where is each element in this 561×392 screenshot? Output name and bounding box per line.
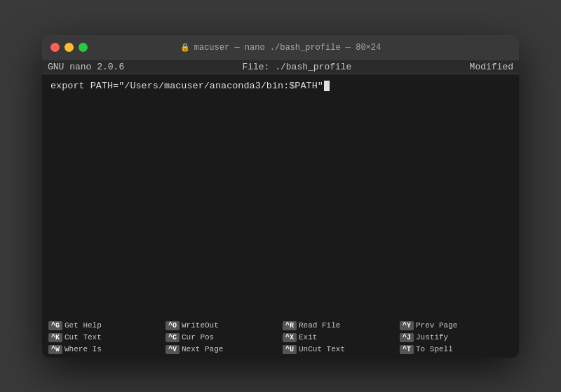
shortcut-label-0: Get Help: [65, 321, 102, 330]
shortcut-key-5: ^C: [165, 333, 180, 342]
nano-modified: Modified: [470, 62, 513, 72]
lock-icon: 🔒: [180, 43, 190, 52]
nano-text-line1: export PATH="/Users/macuser/anaconda3/bi…: [50, 80, 323, 93]
window-title: macuser — nano ./bash_profile — 80×24: [194, 43, 381, 53]
shortcut-label-4: Cut Text: [65, 333, 102, 342]
terminal-body[interactable]: GNU nano 2.0.6 File: ./bash_profile Modi…: [42, 60, 519, 358]
shortcut-exit: ^X Exit: [280, 332, 398, 343]
shortcut-label-9: Next Page: [182, 345, 223, 353]
shortcut-key-10: ^U: [283, 345, 297, 354]
nano-header: GNU nano 2.0.6 File: ./bash_profile Modi…: [42, 60, 519, 74]
shortcuts-grid: ^G Get Help ^O WriteOut ^R Read File ^Y …: [46, 320, 515, 355]
shortcut-uncut-text: ^U UnCut Text: [280, 344, 398, 355]
shortcut-key-9: ^V: [165, 345, 180, 354]
minimize-button[interactable]: [65, 43, 74, 52]
shortcut-label-2: Read File: [299, 321, 340, 330]
shortcut-where-is: ^W Where Is: [46, 344, 163, 355]
shortcut-label-8: Where Is: [65, 345, 102, 353]
shortcut-cur-pos: ^C Cur Pos: [163, 332, 280, 343]
shortcut-key-2: ^R: [283, 321, 297, 330]
nano-filename: File: ./bash_profile: [124, 62, 469, 72]
shortcut-justify: ^J Justify: [398, 332, 515, 343]
shortcut-read-file: ^R Read File: [280, 320, 398, 331]
terminal-window: 🔒 macuser — nano ./bash_profile — 80×24 …: [42, 35, 519, 358]
shortcut-prev-page: ^Y Prev Page: [398, 320, 515, 331]
titlebar-title: 🔒 macuser — nano ./bash_profile — 80×24: [180, 43, 381, 53]
nano-content[interactable]: export PATH="/Users/macuser/anaconda3/bi…: [42, 74, 519, 318]
shortcut-label-10: UnCut Text: [299, 345, 345, 353]
nano-line-1: export PATH="/Users/macuser/anaconda3/bi…: [50, 80, 511, 93]
shortcut-key-11: ^T: [400, 345, 414, 354]
shortcut-key-1: ^O: [165, 321, 180, 330]
shortcut-to-spell: ^T To Spell: [398, 344, 515, 355]
shortcut-label-6: Exit: [299, 333, 317, 342]
shortcut-key-7: ^J: [400, 333, 414, 342]
shortcut-writeout: ^O WriteOut: [163, 320, 280, 331]
cursor: [324, 81, 330, 91]
traffic-lights: [50, 43, 88, 52]
shortcut-get-help: ^G Get Help: [46, 320, 163, 331]
shortcut-key-8: ^W: [48, 345, 62, 354]
shortcut-label-7: Justify: [416, 333, 448, 342]
shortcut-label-5: Cur Pos: [182, 333, 214, 342]
shortcut-label-11: To Spell: [416, 345, 453, 353]
shortcut-label-1: WriteOut: [182, 321, 219, 330]
shortcut-key-4: ^K: [48, 333, 62, 342]
nano-footer: ^G Get Help ^O WriteOut ^R Read File ^Y …: [42, 318, 519, 358]
shortcut-next-page: ^V Next Page: [163, 344, 280, 355]
shortcut-cut-text: ^K Cut Text: [46, 332, 163, 343]
close-button[interactable]: [50, 43, 60, 52]
shortcut-label-3: Prev Page: [416, 321, 457, 330]
nano-version: GNU nano 2.0.6: [48, 62, 124, 72]
maximize-button[interactable]: [79, 43, 88, 52]
shortcut-key-6: ^X: [283, 333, 297, 342]
shortcut-key-0: ^G: [48, 321, 62, 330]
shortcut-key-3: ^Y: [400, 321, 414, 330]
titlebar: 🔒 macuser — nano ./bash_profile — 80×24: [42, 35, 519, 60]
